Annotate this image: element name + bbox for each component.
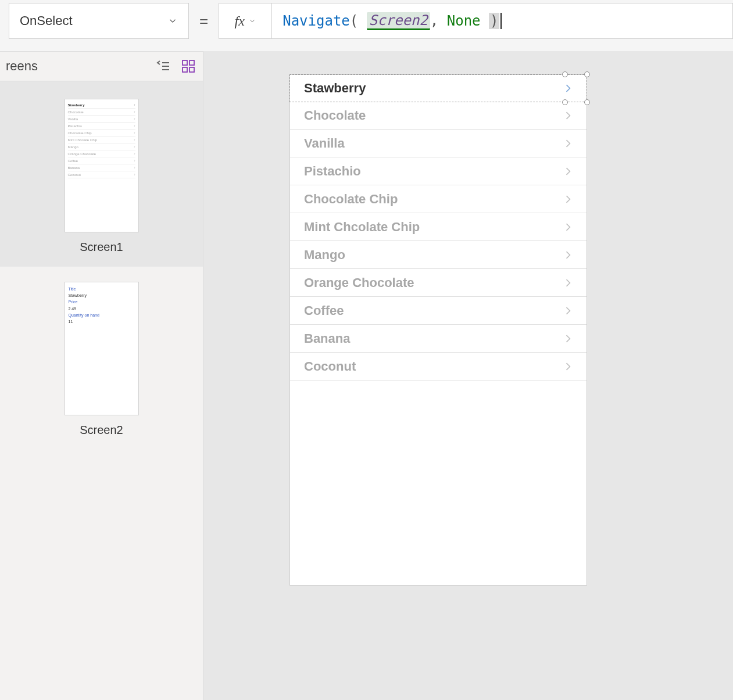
gallery-item-label: Chocolate <box>304 108 366 123</box>
screen-thumbnail-screen2[interactable]: Title Stawberry Price 2.49 Quantity on h… <box>0 267 203 450</box>
chevron-right-icon[interactable] <box>562 361 574 372</box>
property-dropdown[interactable]: OnSelect <box>9 3 189 39</box>
gallery-item[interactable]: Orange Chocolate <box>290 269 587 297</box>
chevron-right-icon[interactable] <box>562 277 574 289</box>
svg-rect-5 <box>183 67 187 72</box>
gallery-item[interactable]: Chocolate <box>290 102 587 130</box>
equals-sign: = <box>199 12 208 30</box>
svg-rect-6 <box>189 67 194 72</box>
gallery-item-label: Chocolate Chip <box>304 192 398 207</box>
screen2-thumb-canvas: Title Stawberry Price 2.49 Quantity on h… <box>65 282 139 415</box>
selection-handle[interactable] <box>562 71 568 77</box>
selection-handle[interactable] <box>584 99 590 105</box>
chevron-right-icon[interactable] <box>562 110 574 121</box>
screen2-thumb-label: Screen2 <box>0 423 203 437</box>
chevron-right-icon[interactable] <box>562 333 574 344</box>
screen-thumbnail-screen1[interactable]: Stawberry› Chocolate› Vanilla› Pistachio… <box>0 81 203 267</box>
svg-rect-3 <box>183 60 187 65</box>
chevron-down-icon <box>248 17 256 25</box>
property-dropdown-value: OnSelect <box>20 13 73 28</box>
gallery-item[interactable]: Mango <box>290 241 587 269</box>
grid-view-button[interactable] <box>182 60 195 73</box>
formula-token-function: Navigate <box>283 13 350 29</box>
screen1-thumb-label: Screen1 <box>0 240 203 254</box>
chevron-right-icon[interactable] <box>562 82 574 94</box>
gallery-item-label: Vanilla <box>304 136 345 151</box>
gallery-item[interactable]: Vanilla <box>290 130 587 157</box>
gallery-item[interactable]: Coffee <box>290 297 587 325</box>
formula-token-comma: , <box>430 13 438 29</box>
screens-tree-header: reens <box>0 51 203 81</box>
screen1-thumb-canvas: Stawberry› Chocolate› Vanilla› Pistachio… <box>65 99 139 232</box>
gallery-item-label: Banana <box>304 331 350 346</box>
canvas-area: Stawberry Chocolate Vanilla Pistachio Ch… <box>203 51 733 700</box>
gallery-item-label: Pistachio <box>304 164 361 179</box>
gallery-item-label: Orange Chocolate <box>304 275 414 290</box>
text-cursor <box>500 13 502 29</box>
formula-token-screen: Screen2 <box>367 12 430 30</box>
gallery-item-label: Stawberry <box>304 81 366 96</box>
gallery-item-label: Mint Chcolate Chip <box>304 220 420 235</box>
selection-handle[interactable] <box>584 71 590 77</box>
formula-token-close-paren: ) <box>489 13 499 29</box>
gallery-item-label: Coffee <box>304 303 344 318</box>
gallery-item[interactable]: Coconut <box>290 353 587 380</box>
chevron-right-icon[interactable] <box>562 249 574 261</box>
collapse-tree-button[interactable] <box>156 60 170 72</box>
gallery-item[interactable]: Pistachio <box>290 157 587 185</box>
chevron-down-icon <box>167 16 178 26</box>
formula-bar-row: OnSelect = fx Navigate ( Screen2 , None … <box>0 0 733 42</box>
app-canvas[interactable]: Stawberry Chocolate Vanilla Pistachio Ch… <box>289 74 587 586</box>
formula-token-paren: ( <box>350 13 358 29</box>
grid-icon <box>182 60 195 73</box>
gallery-item[interactable]: Mint Chcolate Chip <box>290 213 587 241</box>
gallery-item[interactable]: Banana <box>290 325 587 353</box>
gallery-item-selected[interactable]: Stawberry <box>289 74 587 102</box>
svg-rect-4 <box>189 60 194 65</box>
gallery-item-label: Mango <box>304 247 345 263</box>
selection-handle[interactable] <box>562 99 568 105</box>
list-collapse-icon <box>156 60 170 72</box>
screens-panel-title: reens <box>6 59 38 74</box>
chevron-right-icon[interactable] <box>562 221 574 233</box>
formula-input[interactable]: Navigate ( Screen2 , None ) <box>272 3 733 39</box>
screen-thumbnails: Stawberry› Chocolate› Vanilla› Pistachio… <box>0 81 203 450</box>
chevron-right-icon[interactable] <box>562 166 574 177</box>
chevron-right-icon[interactable] <box>562 138 574 149</box>
chevron-right-icon[interactable] <box>562 305 574 317</box>
formula-token-none: None <box>447 13 481 29</box>
fx-button[interactable]: fx <box>219 3 272 39</box>
screens-tree-panel: reens Stawberry› Chocolate› Vani <box>0 51 203 700</box>
gallery-item-label: Coconut <box>304 359 356 374</box>
chevron-right-icon[interactable] <box>562 193 574 205</box>
gallery-item[interactable]: Chocolate Chip <box>290 185 587 213</box>
fx-label: fx <box>235 13 245 29</box>
